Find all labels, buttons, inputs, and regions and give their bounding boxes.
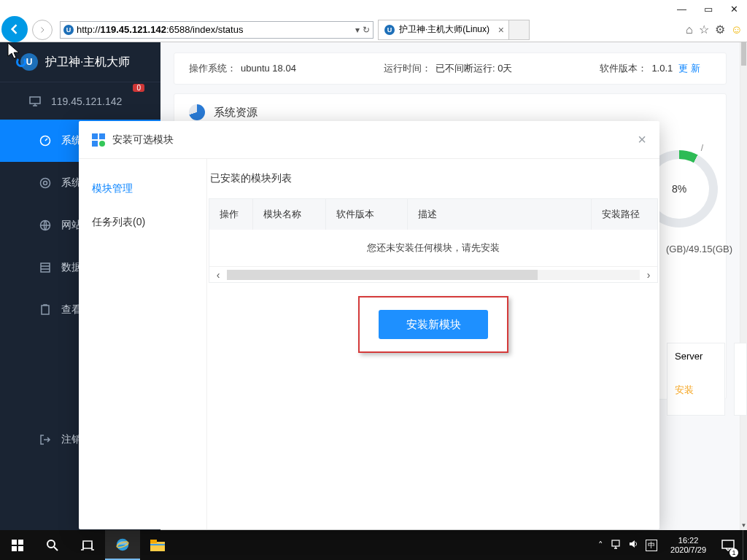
col-version: 软件版本 [326,199,408,230]
notif-count: 1 [729,548,738,557]
info-card: 操作系统：ubuntu 18.04 运行时间：已不间断运行: 0天 软件版本：1… [174,52,727,85]
col-name: 模块名称 [253,199,326,230]
taskbar-ie-icon[interactable] [105,530,140,560]
install-new-module-button[interactable]: 安装新模块 [379,310,488,339]
favorites-icon[interactable]: ☆ [699,23,709,36]
tray-up-icon[interactable]: ˄ [598,540,603,551]
svg-rect-19 [722,540,734,548]
modal-close-icon[interactable]: × [638,131,646,148]
monitor-icon [29,96,41,106]
modal-subtitle: 已安装的模块列表 [207,172,659,185]
table-header: 操作 模块名称 软件版本 描述 安装路径 [209,199,657,230]
settings-icon[interactable]: ⚙ [715,23,725,36]
col-description: 描述 [408,199,592,230]
cta-highlight: 安装新模块 [358,296,508,353]
task-view-icon[interactable] [70,530,105,560]
refresh-icon[interactable]: ↻ [363,25,370,35]
svg-rect-10 [18,546,23,551]
loading-spinner-icon [16,57,26,67]
svg-point-2 [44,182,47,185]
table-h-scrollbar[interactable]: ‹ › [209,266,657,282]
table-empty-text: 您还未安装任何模块，请先安装 [209,230,657,266]
os-label: 操作系统： [189,63,236,74]
svg-point-3 [41,179,50,188]
page-scrollbar[interactable]: ▲ ▼ [740,42,747,530]
update-link[interactable]: 更 新 [678,63,700,74]
taskbar-search-icon[interactable] [35,530,70,560]
svg-rect-16 [150,540,157,543]
window-close[interactable]: ✕ [730,4,738,15]
os-value: ubuntu 18.04 [241,63,296,74]
pie-icon [189,104,205,120]
action-center-icon[interactable]: 1 [713,530,743,560]
tray-ime-icon[interactable]: 中 [646,540,657,551]
svg-rect-6 [42,306,49,314]
modules-icon [92,133,105,147]
scroll-track[interactable] [227,270,640,280]
modal-title: 安装可选模块 [112,133,174,147]
scroll-left-icon[interactable]: ‹ [209,269,227,281]
scroll-right-icon[interactable]: › [640,269,657,281]
browser-tab[interactable]: U 护卫神·主机大师(Linux) × [378,20,509,40]
svg-rect-7 [12,540,17,545]
start-button[interactable] [0,530,35,560]
modal-main: 已安装的模块列表 操作 模块名称 软件版本 描述 安装路径 您还未安装任何模块，… [207,159,659,529]
window-minimize[interactable]: — [677,4,686,15]
browser-toolbar: U http://119.45.121.142:6588/index/statu… [0,18,747,42]
taskbar-clock[interactable]: 16:22 2020/7/29 [663,536,713,555]
database-icon [39,262,51,273]
svg-rect-17 [150,544,165,545]
tray-volume-icon[interactable] [628,539,638,551]
svg-rect-12 [83,541,92,548]
axis-tick: / [701,143,703,153]
url-favicon-icon: U [63,25,74,35]
show-desktop-button[interactable] [743,530,747,560]
svg-rect-8 [18,540,23,545]
sidebar-ip[interactable]: 0 119.45.121.142 [0,82,160,120]
col-operation: 操作 [209,199,253,230]
nav-back-button[interactable] [1,16,28,42]
modules-table: 操作 模块名称 软件版本 描述 安装路径 您还未安装任何模块，请先安装 ‹ › [209,198,658,283]
tab-favicon-icon: U [384,25,395,35]
globe-icon [39,219,51,231]
ip-text: 119.45.121.142 [51,96,122,107]
version-label: 软件版本： [600,63,647,74]
clock-time: 16:22 [670,536,706,545]
new-tab-button[interactable] [509,20,530,40]
clock-date: 2020/7/29 [670,545,706,555]
tab-close-icon[interactable]: × [498,24,504,36]
home-icon[interactable]: ⌂ [686,23,693,36]
url-text: http://119.45.121.142:6588/index/status [77,24,355,35]
server-name: Server [675,351,703,362]
clipboard-icon [39,304,51,316]
scroll-thumb[interactable] [741,42,746,66]
scroll-down-icon[interactable]: ▼ [740,522,747,529]
resource-title: 系统资源 [214,106,258,120]
window-maximize[interactable]: ▭ [704,4,713,15]
col-path: 安装路径 [592,199,657,230]
svg-rect-5 [41,263,50,272]
donut-percent: 8% [672,183,686,195]
server-install-link[interactable]: 安装 [675,384,717,397]
tray-network-icon[interactable] [611,539,621,551]
server-card-2 [734,343,747,416]
brand-text: 护卫神·主机大师 [45,55,130,70]
modal-sidebar: 模块管理 任务列表(0) [79,159,207,529]
url-dropdown-icon[interactable]: ▾ [355,25,360,35]
uptime-label: 运行时间： [384,63,431,74]
tab-module-manage[interactable]: 模块管理 [79,172,206,206]
nav-forward-button[interactable] [32,20,53,40]
disk-usage-text: (GB)/49.15(GB) [666,244,732,254]
taskbar: ˄ 中 16:22 2020/7/29 1 [0,530,747,560]
tab-title: 护卫神·主机大师(Linux) [399,23,489,36]
address-bar[interactable]: U http://119.45.121.142:6588/index/statu… [60,21,374,39]
svg-rect-0 [30,97,40,104]
tab-task-list[interactable]: 任务列表(0) [79,206,206,239]
smiley-icon[interactable]: ☺ [731,23,743,36]
install-modules-modal: 安装可选模块 × 模块管理 任务列表(0) 已安装的模块列表 操作 模块名称 软… [79,121,659,529]
server-card: Server 安装 [667,343,725,416]
gauge-icon [39,135,51,147]
gear-icon [39,177,51,189]
uptime-value: 已不间断运行: 0天 [436,63,512,74]
taskbar-explorer-icon[interactable] [140,530,175,560]
